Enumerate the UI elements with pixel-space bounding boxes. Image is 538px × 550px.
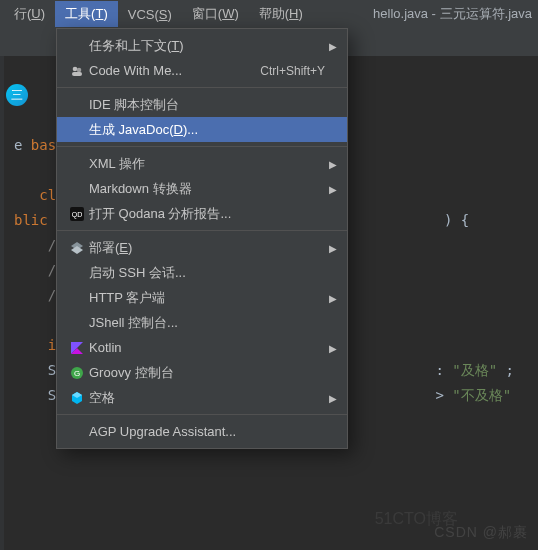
deploy-icon bbox=[65, 241, 89, 255]
separator bbox=[57, 230, 347, 231]
svg-text:QD: QD bbox=[72, 211, 83, 219]
svg-text:G: G bbox=[74, 369, 80, 378]
gutter bbox=[0, 56, 4, 550]
menu-run[interactable]: 行(U) bbox=[4, 1, 55, 27]
menu-window[interactable]: 窗口(W) bbox=[182, 1, 249, 27]
separator bbox=[57, 414, 347, 415]
chevron-right-icon: ▶ bbox=[329, 392, 337, 403]
menubar: 行(U) 工具(T) VCS(S) 窗口(W) 帮助(H) hello.java… bbox=[0, 0, 538, 28]
menu-deploy[interactable]: 部署(E) ▶ bbox=[57, 235, 347, 260]
svg-point-1 bbox=[77, 67, 82, 72]
watermark: CSDN @郝裹 bbox=[434, 524, 528, 542]
menu-space[interactable]: 空格 ▶ bbox=[57, 385, 347, 410]
menu-ssh[interactable]: 启动 SSH 会话... bbox=[57, 260, 347, 285]
window-title: hello.java - 三元运算符.java bbox=[373, 5, 538, 23]
qodana-icon: QD bbox=[65, 207, 89, 221]
menu-generate-javadoc[interactable]: 生成 JavaDoc(D)... bbox=[57, 117, 347, 142]
menu-markdown[interactable]: Markdown 转换器 ▶ bbox=[57, 176, 347, 201]
tools-dropdown: 任务和上下文(T) ▶ Code With Me... Ctrl+Shift+Y… bbox=[56, 28, 348, 449]
chevron-right-icon: ▶ bbox=[329, 342, 337, 353]
menu-code-with-me[interactable]: Code With Me... Ctrl+Shift+Y bbox=[57, 58, 347, 83]
menu-tools[interactable]: 工具(T) bbox=[55, 1, 118, 27]
menu-xml[interactable]: XML 操作 ▶ bbox=[57, 151, 347, 176]
menu-vcs[interactable]: VCS(S) bbox=[118, 3, 182, 26]
separator bbox=[57, 87, 347, 88]
space-icon bbox=[65, 391, 89, 405]
menu-help[interactable]: 帮助(H) bbox=[249, 1, 313, 27]
chevron-right-icon: ▶ bbox=[329, 40, 337, 51]
separator bbox=[57, 146, 347, 147]
groovy-icon: G bbox=[65, 366, 89, 380]
cwm-icon bbox=[65, 64, 89, 78]
menu-agp[interactable]: AGP Upgrade Assistant... bbox=[57, 419, 347, 444]
menu-tasks[interactable]: 任务和上下文(T) ▶ bbox=[57, 33, 347, 58]
chevron-right-icon: ▶ bbox=[329, 183, 337, 194]
kotlin-icon bbox=[65, 341, 89, 355]
chevron-right-icon: ▶ bbox=[329, 242, 337, 253]
menu-ide-script[interactable]: IDE 脚本控制台 bbox=[57, 92, 347, 117]
chevron-right-icon: ▶ bbox=[329, 292, 337, 303]
shortcut-label: Ctrl+Shift+Y bbox=[260, 64, 325, 78]
menu-jshell[interactable]: JShell 控制台... bbox=[57, 310, 347, 335]
chevron-right-icon: ▶ bbox=[329, 158, 337, 169]
menu-kotlin[interactable]: Kotlin ▶ bbox=[57, 335, 347, 360]
menu-qodana[interactable]: QD 打开 Qodana 分析报告... bbox=[57, 201, 347, 226]
menu-http-client[interactable]: HTTP 客户端 ▶ bbox=[57, 285, 347, 310]
menu-groovy[interactable]: G Groovy 控制台 bbox=[57, 360, 347, 385]
svg-rect-2 bbox=[72, 72, 82, 76]
svg-point-0 bbox=[73, 66, 78, 71]
